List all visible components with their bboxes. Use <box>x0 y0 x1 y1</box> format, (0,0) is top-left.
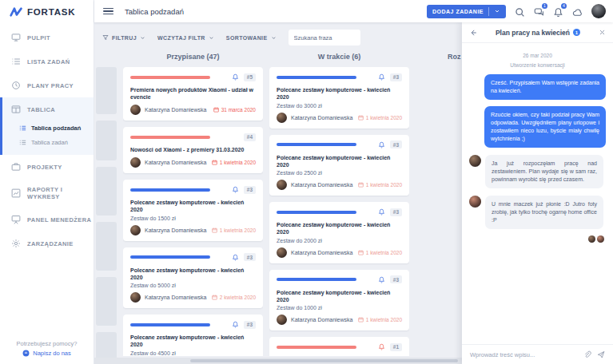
add-task-button[interactable]: DODAJ ZADANIE <box>427 5 506 18</box>
card-footer: Katarzyna Domaniewska2 kwietnia 2020 <box>130 292 256 303</box>
user-avatar[interactable] <box>591 4 606 18</box>
sidebar-item-5[interactable]: RAPORTY I WYKRESY <box>0 179 94 208</box>
task-id-badge: #1 <box>390 343 402 351</box>
load-filter-label: WCZYTAJ FILTR <box>157 35 205 41</box>
task-card[interactable]: #4Nowości od Xiaomi - z premiery 31.03.2… <box>123 127 263 173</box>
sidebar-group: TABLICATablica podzadańTablica zadań <box>0 97 94 155</box>
messages-icon[interactable]: 1 <box>534 6 544 17</box>
column-title: Przypisane (47) <box>123 49 263 67</box>
message-bubble-sent: Rzućcie okiem, czy taki podział pracy Wa… <box>484 106 606 148</box>
task-card[interactable]: #1Test MacBook Pro 16Sprawdzamy jakość w… <box>269 337 409 356</box>
clipped-card <box>96 121 117 160</box>
message-row: Ja już rozpoczęłam pracę nad zestawienie… <box>469 155 606 188</box>
assignee-avatar <box>277 180 287 190</box>
funnel-icon <box>102 34 109 41</box>
clock-icon <box>11 81 21 90</box>
task-card[interactable]: #3Polecane zestawy komputerowe - kwiecie… <box>269 270 409 331</box>
assignee-name: Katarzyna Domaniewska <box>145 160 206 165</box>
bell-icon <box>378 73 385 81</box>
bell-icon <box>232 73 239 81</box>
sidebar-item-3[interactable]: TABLICA <box>0 97 94 121</box>
message-input[interactable]: Wprowadź treść wpisu... <box>470 351 578 358</box>
sidebar-nav: PULPITLISTA ZADAŃPLANY PRACYTABLICATabli… <box>0 26 94 255</box>
card-subtitle: Zestaw do 3000 zł <box>277 103 402 109</box>
conversation-date: 26 mar 2020 <box>469 53 606 58</box>
notifications-bell-icon[interactable]: 4 <box>553 6 563 17</box>
paperclip-icon[interactable] <box>583 350 591 358</box>
priority-bar <box>130 255 210 259</box>
message-composer: Wprowadź treść wpisu... <box>462 344 613 364</box>
assignee-name: Katarzyna Domaniewska <box>145 107 206 113</box>
board-column-1: W trakcie (6)#3Polecane zestawy komputer… <box>269 49 409 364</box>
calendar-icon <box>358 250 364 255</box>
contact-us-link[interactable]: Napisz do nas <box>0 350 94 357</box>
load-filter-button[interactable]: WCZYTAJ FILTR <box>157 35 214 41</box>
task-card[interactable]: #3Polecane zestawy komputerowe - kwiecie… <box>269 135 409 196</box>
task-card[interactable]: #3Polecane zestawy komputerowe - kwiecie… <box>269 202 409 263</box>
conversation-title-wrap: Plan pracy na kwiecień 1 <box>477 29 599 37</box>
brand-logo: FORTASK <box>0 0 94 26</box>
sidebar-item-label: LISTA ZADAŃ <box>27 58 70 65</box>
card-title: Polecane zestawy komputerowe - kwiecień … <box>277 86 402 101</box>
brand-logo-icon <box>10 7 23 17</box>
due-date-label: 1 kwietnia 2020 <box>366 317 402 322</box>
card-subtitle: Zestaw do 2500 zł <box>277 170 402 176</box>
close-icon[interactable] <box>599 29 606 36</box>
page-title: Tablica podzadań <box>125 7 184 16</box>
list-icon <box>11 57 21 66</box>
card-footer: Katarzyna Domaniewska1 kwietnia 2020 <box>277 315 402 325</box>
search-icon[interactable] <box>515 6 525 17</box>
sidebar-subitem-1[interactable]: Tablica zadań <box>0 136 94 150</box>
task-id-badge: #3 <box>244 321 256 329</box>
topbar: Tablica podzadań DODAJ ZADANIE 1 4 <box>94 0 613 22</box>
read-receipts <box>469 235 606 243</box>
notifications-count-badge: 4 <box>561 3 567 9</box>
back-arrow-icon[interactable] <box>469 29 477 37</box>
horizontal-scrollbar-thumb[interactable] <box>190 359 458 362</box>
task-card[interactable]: #3Polecane zestawy komputerowe - kwiecie… <box>123 180 263 241</box>
filter-label: FILTRUJ <box>112 35 137 41</box>
send-icon[interactable] <box>597 350 605 358</box>
due-date-label: 1 kwietnia 2020 <box>366 250 402 255</box>
task-id-badge: #3 <box>244 186 256 194</box>
priority-bar <box>130 136 210 139</box>
card-title: Polecane zestawy komputerowe - kwiecień … <box>277 289 402 303</box>
sidebar-item-4[interactable]: PROJEKTY <box>0 155 94 179</box>
task-card[interactable]: #3Polecane zestawy komputerowe - kwiecie… <box>123 247 263 309</box>
card-top-row: #3 <box>130 253 256 262</box>
sidebar: FORTASK PULPITLISTA ZADAŃPLANY PRACYTABL… <box>0 0 94 364</box>
calendar-icon <box>358 317 364 322</box>
task-id-badge: #5 <box>244 73 256 81</box>
priority-bar <box>277 76 356 79</box>
card-top-row: #3 <box>277 140 402 149</box>
due-date: 1 kwietnia 2020 <box>212 228 256 233</box>
clipped-card <box>96 167 117 216</box>
chat-help-icon <box>22 350 30 357</box>
sidebar-item-6[interactable]: PANEL MENEDŻERA <box>0 208 94 231</box>
sidebar-item-0[interactable]: PULPIT <box>0 26 94 49</box>
message-bubble-received: U mnie maczek już płonie :D Jutro foty z… <box>485 196 603 229</box>
card-subtitle: Zestaw do 1000 zł <box>277 305 402 311</box>
search-input[interactable] <box>289 30 360 46</box>
sorting-button[interactable]: SORTOWANIE <box>226 35 277 41</box>
task-card[interactable]: #3Polecane zestawy komputerowe - kwiecie… <box>123 315 263 356</box>
sidebar-item-1[interactable]: LISTA ZADAŃ <box>0 49 94 73</box>
priority-bar <box>130 188 210 192</box>
card-title: Polecane zestawy komputerowe - kwiecień … <box>130 199 256 213</box>
presentation-icon <box>11 215 21 224</box>
calendar-icon <box>213 107 219 113</box>
task-card[interactable]: #5Premiera nowych produktów Xiaomi - udz… <box>123 67 263 121</box>
cloud-sync-icon[interactable] <box>572 6 583 17</box>
filter-button[interactable]: FILTRUJ <box>102 34 145 41</box>
sidebar-item-7[interactable]: ZARZĄDZANIE <box>0 231 94 255</box>
sidebar-item-2[interactable]: PLANY PRACY <box>0 73 94 97</box>
calendar-icon <box>212 295 217 300</box>
sidebar-subitem-0[interactable]: Tablica podzadań <box>0 121 94 136</box>
card-title: Polecane zestawy komputerowe - kwiecień … <box>130 334 256 348</box>
clipped-column <box>96 49 117 364</box>
menu-toggle-icon[interactable] <box>103 6 113 16</box>
card-subtitle: Zestaw do 1500 zł <box>130 216 256 221</box>
task-card[interactable]: #3Polecane zestawy komputerowe - kwiecie… <box>269 67 409 129</box>
due-date: 31 marca 2020 <box>213 107 256 113</box>
card-footer: Katarzyna Domaniewska31 marca 2020 <box>130 105 256 115</box>
